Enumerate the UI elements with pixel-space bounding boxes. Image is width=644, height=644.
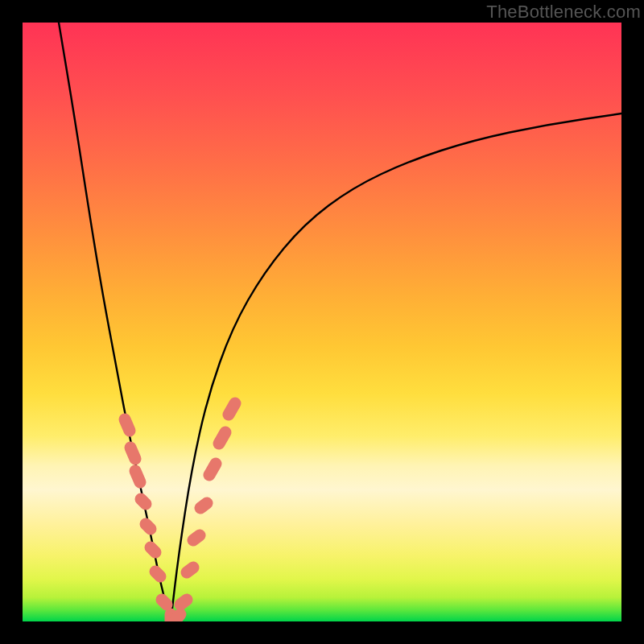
chart-curve-layer <box>23 23 621 621</box>
data-marker <box>155 572 160 576</box>
data-marker <box>219 432 225 444</box>
curve-right <box>171 114 621 621</box>
data-marker <box>162 600 167 605</box>
data-marker <box>135 471 140 482</box>
data-marker <box>187 568 193 572</box>
data-marker <box>209 464 216 475</box>
data-marker <box>141 499 146 504</box>
data-marker <box>174 614 180 621</box>
data-marker <box>193 535 200 540</box>
data-marker <box>146 524 151 529</box>
data-marker <box>200 503 207 508</box>
data-marker <box>130 448 135 459</box>
chart-frame <box>23 23 621 621</box>
dot-series <box>125 403 235 621</box>
curve-group <box>59 23 621 621</box>
data-marker <box>180 600 187 605</box>
data-marker <box>151 547 155 552</box>
data-marker <box>229 403 235 415</box>
data-marker <box>125 419 130 431</box>
watermark-text: TheBottleneck.com <box>486 2 641 23</box>
